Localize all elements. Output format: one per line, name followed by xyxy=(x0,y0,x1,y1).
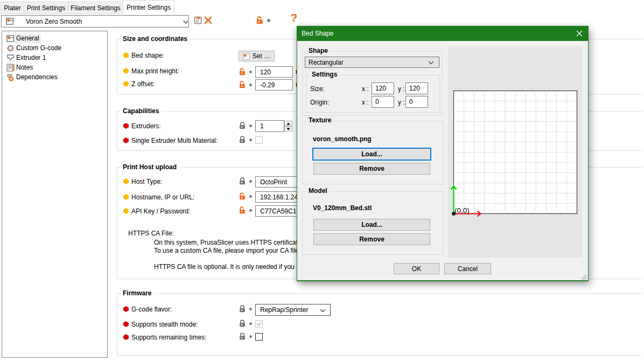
preset-name: Voron Zero Smooth xyxy=(26,18,82,25)
lock-closed-icon[interactable] xyxy=(239,136,246,143)
sidebar-item-extruder1[interactable]: Extruder 1 xyxy=(2,53,107,63)
size-label: Size: xyxy=(310,85,325,93)
spin-down-button[interactable] xyxy=(284,126,292,131)
lock-open-icon[interactable] xyxy=(239,206,246,214)
save-preset-icon[interactable] xyxy=(194,16,202,24)
api-key-label: API Key / Password: xyxy=(131,207,190,215)
chevron-down-icon xyxy=(320,309,326,313)
model-remove-label: Remove xyxy=(359,236,384,243)
texture-load-button[interactable]: Load... xyxy=(312,148,431,161)
size-y-value: 120 xyxy=(409,85,420,92)
origin-x-field[interactable]: 0 xyxy=(372,96,394,108)
dialog-titlebar[interactable]: Bed Shape xyxy=(297,26,589,41)
host-type-label: Host Type: xyxy=(131,178,162,185)
lock-open-icon[interactable] xyxy=(239,81,246,88)
modified-dot[interactable] xyxy=(249,139,252,141)
shape-select[interactable]: Rectangular xyxy=(305,57,439,68)
tab-print-settings-label: Print Settings xyxy=(27,4,65,12)
max-print-height-label: Max print height: xyxy=(131,67,179,75)
bed-preview-panel: (0,0) xyxy=(448,46,582,258)
tab-printer-settings[interactable]: Printer Settings xyxy=(123,0,174,15)
origin-x-label: x : xyxy=(362,99,369,106)
semm-checkbox[interactable] xyxy=(255,136,263,144)
modified-dot[interactable] xyxy=(249,209,252,212)
printer-settings-window: Plater Print Settings Filament Settings … xyxy=(0,0,644,360)
unlocked-icon[interactable] xyxy=(256,16,263,24)
modified-dot[interactable] xyxy=(249,180,252,183)
gcode-flavor-select[interactable]: RepRap/Sprinter xyxy=(255,304,331,316)
sidebar-item-custom-gcode[interactable]: Custom G-code xyxy=(2,43,107,53)
host-type-value: OctoPrint xyxy=(260,178,287,186)
origin-coordinates-label: (0,0) xyxy=(454,206,470,214)
max-print-height-field[interactable]: 120 xyxy=(255,66,293,78)
extruders-spin-field[interactable]: 1 xyxy=(255,120,284,132)
dialog-title: Bed Shape xyxy=(302,30,333,37)
spin-up-button[interactable] xyxy=(284,121,292,126)
ok-button[interactable]: OK xyxy=(394,263,439,274)
gcode-flavor-label: G-code flavor: xyxy=(131,306,172,313)
help-icon[interactable]: ? xyxy=(291,14,297,22)
https-ca-file-label: HTTPS CA File: xyxy=(128,230,174,237)
texture-remove-button[interactable]: Remove xyxy=(313,163,430,175)
tab-plater[interactable]: Plater xyxy=(1,2,24,14)
printer-icon xyxy=(6,17,14,25)
texture-filename: voron_smooth.png xyxy=(313,135,372,143)
bed-shape-set-button[interactable]: Set … xyxy=(239,51,275,61)
modified-dot[interactable] xyxy=(249,308,252,310)
size-x-value: 120 xyxy=(375,85,386,92)
modified-dot[interactable] xyxy=(249,322,252,325)
tab-printer-settings-label: Printer Settings xyxy=(127,4,171,11)
resize-grip[interactable] xyxy=(582,275,586,280)
printer-preset-combobox[interactable]: Voron Zero Smooth xyxy=(1,15,189,27)
ok-button-label: OK xyxy=(412,265,421,273)
texture-load-label: Load... xyxy=(361,150,382,158)
lock-closed-icon[interactable] xyxy=(239,333,246,340)
size-x-label: x : xyxy=(362,85,369,93)
bed-preview-canvas: (0,0) xyxy=(448,46,582,258)
model-group-title: Model xyxy=(306,188,330,195)
shape-select-value: Rectangular xyxy=(309,59,344,66)
sidebar-item-extruder1-label: Extruder 1 xyxy=(15,53,47,63)
size-y-field[interactable]: 120 xyxy=(405,82,428,94)
tab-print-settings[interactable]: Print Settings xyxy=(24,2,68,14)
size-x-field[interactable]: 120 xyxy=(372,82,394,94)
model-filename: V0_120mm_Bed.stl xyxy=(313,204,372,212)
modified-dot[interactable] xyxy=(249,124,252,127)
lock-closed-icon[interactable] xyxy=(239,177,246,185)
settings-category-list: General Custom G-code Extruder 1 xyxy=(2,31,108,358)
group-title-capabilities: Capabilities xyxy=(121,107,161,115)
modified-dot[interactable] xyxy=(249,84,252,86)
hostname-value: 192.168.1.24 xyxy=(260,193,298,201)
modified-dot[interactable] xyxy=(249,71,252,73)
origin-label: Origin: xyxy=(310,99,329,106)
sidebar-item-notes[interactable]: Notes xyxy=(2,63,107,72)
lock-closed-icon[interactable] xyxy=(239,122,246,129)
lock-open-icon[interactable] xyxy=(239,192,246,200)
model-remove-button[interactable]: Remove xyxy=(313,233,430,245)
modified-dot[interactable] xyxy=(249,195,252,198)
tab-filament-settings[interactable]: Filament Settings xyxy=(68,2,123,14)
lock-closed-icon[interactable] xyxy=(239,305,246,313)
chevron-down-icon xyxy=(183,20,188,24)
close-icon[interactable] xyxy=(576,30,583,37)
sidebar-item-dependencies[interactable]: Dependencies xyxy=(2,72,107,82)
delete-preset-icon[interactable] xyxy=(204,16,212,24)
bed-shape-label: Bed shape: xyxy=(131,52,164,59)
cancel-button[interactable]: Cancel xyxy=(444,263,491,274)
note-icon xyxy=(6,64,15,72)
tab-plater-label: Plater xyxy=(4,4,20,12)
z-offset-field[interactable]: -0.29 xyxy=(255,79,293,91)
lock-closed-icon[interactable] xyxy=(239,320,246,327)
lock-open-icon[interactable] xyxy=(239,68,246,75)
stealth-mode-checkbox[interactable] xyxy=(255,320,263,328)
modified-dot[interactable] xyxy=(249,335,252,338)
group-title-size: Size and coordinates xyxy=(121,35,190,43)
chevron-down-icon xyxy=(428,61,434,65)
extruders-value: 1 xyxy=(260,122,264,130)
model-load-label: Load... xyxy=(361,221,382,229)
sidebar-item-general[interactable]: General xyxy=(2,33,107,43)
origin-y-field[interactable]: 0 xyxy=(405,96,428,108)
model-load-button[interactable]: Load... xyxy=(313,219,430,231)
gear-icon xyxy=(6,44,15,52)
remaining-times-checkbox[interactable] xyxy=(255,333,263,341)
